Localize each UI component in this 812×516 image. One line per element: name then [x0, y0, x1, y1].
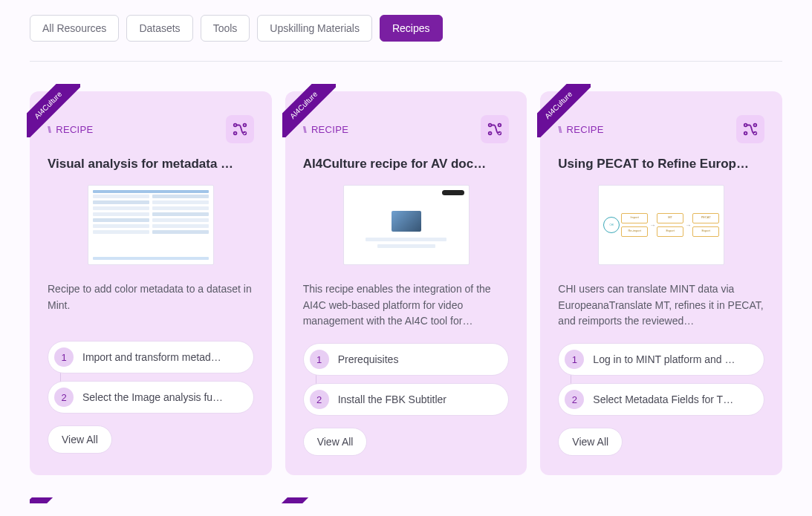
step-number: 2 — [565, 390, 584, 409]
cards-row: AI4Culture \\ RECIPE Visual analysis for… — [30, 91, 782, 475]
tab-upskilling-materials[interactable]: Upskilling Materials — [257, 15, 372, 42]
thumb-image — [392, 211, 421, 232]
svg-point-4 — [489, 124, 492, 127]
recipe-card[interactable]: AI4Culture \\ RECIPE AI4Culture recipe f… — [285, 91, 527, 475]
recipe-step[interactable]: 2 Select Metadata Fields for T… — [558, 383, 764, 416]
flow-node: Import — [621, 213, 648, 223]
flow-node: MT — [657, 213, 683, 223]
recipe-card[interactable]: AI4Culture \\ RECIPE Using PECAT to Refi… — [540, 91, 782, 475]
step-number: 1 — [565, 350, 584, 369]
recipe-step[interactable]: 1 Prerequisites — [303, 343, 510, 376]
svg-point-5 — [489, 132, 492, 135]
card-ribbon-peek — [30, 497, 272, 503]
svg-point-2 — [243, 124, 246, 127]
flow-node: Export — [692, 226, 719, 237]
card-ribbon: AI4Culture — [27, 84, 80, 137]
recipe-icon — [226, 115, 254, 143]
tab-all-resources[interactable]: All Resources — [30, 15, 119, 42]
ribbon-label: AI4Culture — [27, 84, 80, 137]
filter-tabs: All Resources Datasets Tools Upskilling … — [30, 15, 782, 62]
svg-point-9 — [744, 132, 747, 135]
recipe-step[interactable]: 2 Install the FBK Subtitler — [303, 383, 510, 416]
card-description: Recipe to add color metadata to a datase… — [48, 281, 254, 327]
svg-point-10 — [754, 124, 757, 127]
step-number: 2 — [310, 390, 329, 409]
view-all-button[interactable]: View All — [48, 425, 112, 454]
view-all-button[interactable]: View All — [558, 428, 623, 456]
svg-point-1 — [233, 132, 236, 135]
card-title: AI4Culture recipe for AV doc… — [303, 157, 510, 172]
tab-tools[interactable]: Tools — [201, 15, 250, 42]
flow-node: Re-import — [621, 226, 648, 237]
steps-list: 1 Log in to MINT platform and … 2 Select… — [558, 343, 764, 416]
card-ribbon-peek — [540, 497, 782, 503]
step-number: 1 — [54, 347, 74, 367]
card-ribbon: AI4Culture — [537, 84, 591, 137]
step-text: Log in to MINT platform and … — [593, 353, 735, 365]
ribbon-label: AI4Culture — [537, 84, 591, 137]
view-all-button[interactable]: View All — [303, 428, 368, 456]
card-description: CHI users can translate MINT data via Eu… — [558, 281, 764, 330]
recipe-step[interactable]: 1 Import and transform metad… — [48, 341, 254, 373]
step-text: Select Metadata Fields for T… — [593, 393, 733, 405]
step-text: Install the FBK Subtitler — [338, 393, 446, 405]
tab-recipes[interactable]: Recipes — [380, 15, 443, 42]
steps-list: 1 Import and transform metad… 2 Select t… — [48, 341, 254, 414]
flow-circle: CHI — [603, 217, 620, 233]
card-ribbon-peek — [285, 497, 527, 503]
thumb-button — [442, 190, 464, 195]
card-thumbnail — [88, 185, 214, 265]
step-number: 1 — [310, 350, 329, 369]
svg-point-6 — [498, 124, 501, 127]
flow-node: Export — [657, 226, 683, 237]
ribbon-label: AI4Culture — [282, 84, 336, 137]
card-ribbon: AI4Culture — [282, 84, 336, 137]
step-text: Select the Image analysis fu… — [82, 391, 223, 403]
recipe-step[interactable]: 2 Select the Image analysis fu… — [48, 381, 254, 414]
recipe-card[interactable]: AI4Culture \\ RECIPE Visual analysis for… — [30, 91, 272, 475]
recipe-icon — [481, 115, 509, 143]
step-number: 2 — [54, 388, 74, 407]
recipe-icon — [736, 115, 764, 143]
card-thumbnail: CHI Import Re-import → MT Export → PECAT… — [598, 185, 724, 265]
tab-datasets[interactable]: Datasets — [126, 15, 192, 42]
svg-point-8 — [744, 124, 747, 127]
steps-list: 1 Prerequisites 2 Install the FBK Subtit… — [303, 343, 510, 416]
next-cards-row — [30, 497, 782, 503]
step-text: Import and transform metad… — [82, 351, 221, 363]
card-description: This recipe enables the integration of t… — [303, 281, 510, 330]
card-title: Visual analysis for metadata … — [48, 157, 254, 172]
card-thumbnail — [343, 185, 470, 265]
recipe-step[interactable]: 1 Log in to MINT platform and … — [558, 343, 764, 376]
step-text: Prerequisites — [338, 353, 399, 365]
card-title: Using PECAT to Refine Europ… — [558, 157, 764, 172]
flow-node: PECAT — [692, 213, 719, 223]
svg-point-0 — [233, 124, 236, 127]
